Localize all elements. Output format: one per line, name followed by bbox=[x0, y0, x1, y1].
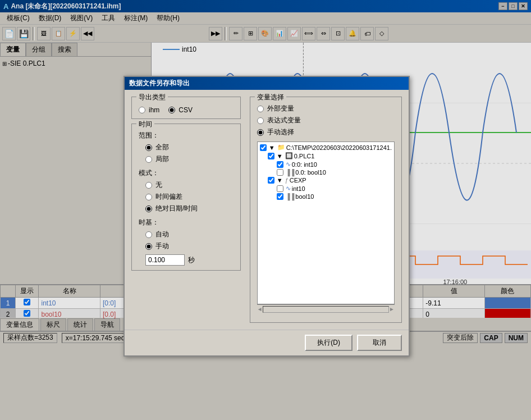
tree-int10-label: 0:0: int10 bbox=[292, 161, 317, 168]
timebase-value-input[interactable] bbox=[145, 254, 185, 266]
tree-bool10-label: 0.0: bool10 bbox=[295, 169, 326, 176]
radio-abstime-input[interactable] bbox=[145, 206, 152, 212]
tree-plc1-label: 0.PLC1 bbox=[294, 153, 315, 159]
radio-all-input[interactable] bbox=[145, 144, 152, 151]
cancel-button[interactable]: 取消 bbox=[357, 335, 402, 351]
radio-partial[interactable]: 局部 bbox=[145, 154, 234, 164]
tree-plc1-node[interactable]: ▼ 🔲 0.PLC1 bbox=[259, 152, 393, 160]
hscroll-thumb[interactable] bbox=[263, 306, 389, 313]
radio-none-label: 无 bbox=[155, 180, 162, 190]
radio-manual-sel-label: 手动选择 bbox=[267, 127, 294, 137]
radio-manual[interactable]: 手动 bbox=[145, 241, 234, 251]
radio-external-input[interactable] bbox=[257, 106, 264, 112]
timebase-label: 时基： bbox=[139, 218, 234, 227]
mode-section: 模式： 无 时间偏差 绝对日期/时间 bbox=[139, 168, 234, 213]
tree-root-icon: 📁 bbox=[277, 144, 285, 151]
var-radio-group: 外部变量 表达式变量 手动选择 bbox=[257, 104, 395, 137]
tree-cexp-int10-label: int10 bbox=[292, 185, 305, 192]
tree-root-checkbox[interactable] bbox=[260, 144, 267, 151]
radio-abstime-label: 绝对日期/时间 bbox=[155, 204, 198, 213]
radio-auto-label: 自动 bbox=[155, 230, 169, 239]
tree-cexp-bool10-node[interactable]: ▐▐ bool10 bbox=[259, 193, 393, 200]
dialog-footer: 执行(D) 取消 bbox=[125, 330, 409, 355]
hscroll-left-arrow[interactable]: ◄ bbox=[257, 306, 263, 312]
tree-bool10-node[interactable]: ▐▐ 0.0: bool10 bbox=[259, 168, 393, 176]
radio-partial-label: 局部 bbox=[155, 154, 169, 164]
dialog-right-col: 变量选择 外部变量 表达式变量 bbox=[250, 97, 402, 323]
var-selection-group: 变量选择 外部变量 表达式变量 bbox=[250, 97, 402, 323]
dialog-title: 数据文件另存和导出 bbox=[125, 77, 409, 90]
radio-none[interactable]: 无 bbox=[145, 180, 234, 190]
radio-manual-sel[interactable]: 手动选择 bbox=[257, 127, 395, 137]
radio-timediff-input[interactable] bbox=[145, 194, 152, 200]
export-type-title: 导出类型 bbox=[136, 93, 168, 102]
tree-cexp-label: CEXP bbox=[290, 177, 306, 184]
radio-manual-sel-input[interactable] bbox=[257, 129, 264, 136]
tree-int10-icon: ∿ bbox=[286, 161, 291, 168]
radio-all-label: 全部 bbox=[155, 143, 169, 152]
radio-csv[interactable]: CSV bbox=[168, 106, 193, 114]
tree-cexp-int10-checkbox[interactable] bbox=[277, 185, 283, 192]
tree-cexp-bool10-label: bool10 bbox=[295, 193, 314, 200]
tree-int10-checkbox[interactable] bbox=[277, 161, 283, 168]
radio-ihm-label: ihm bbox=[149, 106, 159, 114]
time-group: 时间 范围： 全部 局部 bbox=[131, 124, 241, 271]
radio-auto[interactable]: 自动 bbox=[145, 230, 234, 239]
hscroll-right-arrow[interactable]: ► bbox=[389, 306, 395, 312]
tree-int10-node[interactable]: ∿ 0:0: int10 bbox=[259, 160, 393, 168]
tree-cexp-icon: ƒ bbox=[285, 177, 289, 184]
var-tree-container: ▼ 📁 C:\TEMP\20220603\20220603171241. ▼ 🔲… bbox=[257, 141, 395, 304]
radio-timediff[interactable]: 时间偏差 bbox=[145, 192, 234, 202]
dialog-content: 导出类型 ihm CSV bbox=[125, 90, 409, 330]
radio-abstime[interactable]: 绝对日期/时间 bbox=[145, 204, 234, 213]
tree-cexp-bool10-icon: ▐▐ bbox=[286, 193, 295, 200]
tree-plc1-icon: 🔲 bbox=[285, 152, 293, 159]
radio-expression-label: 表达式变量 bbox=[267, 116, 301, 125]
tree-cexp-node[interactable]: ▼ ƒ CEXP bbox=[259, 176, 393, 184]
radio-external[interactable]: 外部变量 bbox=[257, 104, 395, 113]
timebase-input-row: 秒 bbox=[145, 254, 234, 266]
time-title: 时间 bbox=[136, 120, 154, 129]
tree-root-path: C:\TEMP\20220603\20220603171241. bbox=[286, 144, 392, 151]
dialog-left-col: 导出类型 ihm CSV bbox=[131, 97, 241, 323]
radio-auto-input[interactable] bbox=[145, 231, 152, 238]
radio-all[interactable]: 全部 bbox=[145, 143, 234, 152]
export-type-group: 导出类型 ihm CSV bbox=[131, 97, 241, 119]
radio-manual-label: 手动 bbox=[155, 241, 169, 251]
radio-ihm[interactable]: ihm bbox=[139, 106, 159, 114]
dialog-overlay: 数据文件另存和导出 导出类型 ihm bbox=[0, 0, 531, 420]
timebase-section: 时基： 自动 手动 秒 bbox=[139, 218, 234, 266]
mode-label: 模式： bbox=[139, 168, 234, 178]
range-label: 范围： bbox=[139, 131, 234, 140]
tree-hscroll[interactable]: ◄ ► bbox=[257, 304, 395, 313]
tree-cexp-checkbox[interactable] bbox=[268, 177, 274, 184]
radio-ihm-input[interactable] bbox=[139, 107, 145, 113]
tree-bool10-checkbox[interactable] bbox=[277, 169, 283, 176]
radio-csv-input[interactable] bbox=[168, 107, 175, 113]
dialog-title-text: 数据文件另存和导出 bbox=[129, 79, 190, 88]
timebase-unit-label: 秒 bbox=[188, 255, 195, 265]
tree-cexp-expand: ▼ bbox=[277, 177, 283, 184]
tree-bool10-icon: ▐▐ bbox=[286, 169, 295, 176]
radio-external-label: 外部变量 bbox=[267, 104, 294, 113]
tree-cexp-int10-icon: ∿ bbox=[286, 185, 291, 192]
radio-partial-input[interactable] bbox=[145, 156, 152, 163]
dialog-columns: 导出类型 ihm CSV bbox=[131, 97, 402, 323]
range-section: 范围： 全部 局部 bbox=[139, 131, 234, 164]
execute-button[interactable]: 执行(D) bbox=[305, 335, 353, 351]
radio-expression-input[interactable] bbox=[257, 117, 264, 124]
radio-expression[interactable]: 表达式变量 bbox=[257, 116, 395, 125]
var-selection-title: 变量选择 bbox=[255, 93, 286, 102]
radio-none-input[interactable] bbox=[145, 182, 152, 189]
radio-manual-input[interactable] bbox=[145, 243, 152, 250]
dialog-export: 数据文件另存和导出 导出类型 ihm bbox=[123, 76, 410, 357]
tree-plc1-checkbox[interactable] bbox=[268, 153, 274, 159]
radio-timediff-label: 时间偏差 bbox=[155, 192, 182, 202]
tree-cexp-int10-node[interactable]: ∿ int10 bbox=[259, 184, 393, 193]
tree-cexp-bool10-checkbox[interactable] bbox=[277, 193, 283, 200]
tree-root-node[interactable]: ▼ 📁 C:\TEMP\20220603\20220603171241. bbox=[259, 143, 393, 152]
tree-plc1-expand: ▼ bbox=[277, 153, 283, 159]
tree-root-expand: ▼ bbox=[269, 144, 275, 151]
radio-csv-label: CSV bbox=[178, 106, 193, 114]
